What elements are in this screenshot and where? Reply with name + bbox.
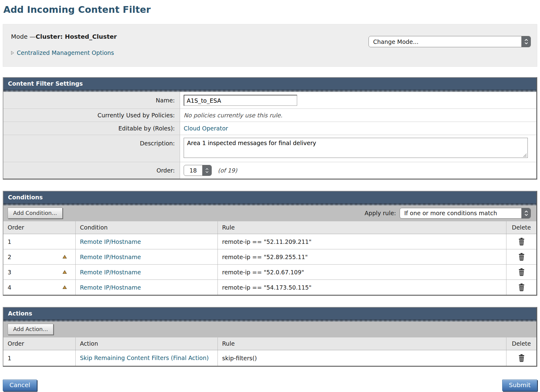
condition-link[interactable]: Remote IP/Hostname — [80, 254, 141, 260]
page-title: Add Incoming Content Filter — [3, 4, 537, 15]
trash-icon[interactable] — [518, 354, 525, 362]
action-link[interactable]: Skip Remaining Content Filters (Final Ac… — [80, 354, 209, 362]
condition-rule-cell: remote-ip == "52.89.255.11" — [218, 249, 506, 264]
column-header-order: Order — [3, 221, 75, 234]
action-order-number: 1 — [8, 355, 11, 362]
condition-delete-cell — [506, 265, 536, 280]
add-action-button[interactable]: Add Action... — [8, 324, 53, 335]
mode-box: Mode —Cluster: Hosted_Cluster Centralize… — [3, 24, 537, 67]
conditions-column-headers: Order Condition Rule Delete — [3, 221, 536, 234]
apply-rule-group: Apply rule: If one or more conditions ma… — [365, 208, 531, 219]
mode-label: Mode — [11, 33, 30, 40]
action-cell: Skip Remaining Content Filters (Final Ac… — [75, 350, 218, 366]
condition-rule-cell: remote-ip == "52.0.67.109" — [218, 265, 506, 280]
order-select-value: 18 — [184, 165, 202, 176]
condition-order-number: 4 — [8, 284, 11, 291]
condition-rule-cell: remote-ip == "52.11.209.211" — [218, 234, 506, 249]
conditions-header: Conditions — [3, 191, 536, 203]
condition-row: 3 Remote IP/Hostname remote-ip == "52.0.… — [3, 264, 536, 280]
column-header-condition: Condition — [75, 221, 218, 234]
actions-header: Actions — [3, 308, 536, 319]
condition-order-cell: 2 — [3, 249, 75, 264]
move-up-icon[interactable] — [62, 285, 67, 289]
order-total: (of 19) — [218, 167, 237, 174]
submit-button[interactable]: Submit — [502, 380, 537, 391]
panel-header-divider — [3, 203, 536, 205]
action-order-cell: 1 — [3, 350, 75, 366]
panel-header-divider — [3, 90, 536, 92]
trash-icon[interactable] — [518, 253, 525, 261]
name-input[interactable] — [184, 95, 297, 106]
trash-icon[interactable] — [518, 268, 525, 276]
editable-roles-row: Editable by (Roles): Cloud Operator — [3, 122, 536, 135]
conditions-toolbar: Add Condition... Apply rule: If one or m… — [3, 205, 536, 221]
condition-rule-text: remote-ip == "54.173.50.115" — [222, 284, 311, 291]
mode-line: Mode —Cluster: Hosted_Cluster — [11, 33, 117, 40]
conditions-rows: 1 Remote IP/Hostname remote-ip == "52.11… — [3, 234, 536, 295]
change-mode-select-value: Change Mode... — [369, 36, 521, 47]
settings-header: Content Filter Settings — [3, 78, 536, 90]
apply-rule-select[interactable]: If one or more conditions match — [400, 208, 531, 219]
resize-grip-icon[interactable] — [523, 153, 527, 157]
condition-rule-text: remote-ip == "52.89.255.11" — [222, 254, 308, 260]
cloud-operator-link[interactable]: Cloud Operator — [184, 125, 228, 132]
column-header-order: Order — [3, 337, 75, 350]
select-stepper-icon — [521, 208, 531, 218]
column-header-rule: Rule — [218, 337, 506, 350]
change-mode-select[interactable]: Change Mode... — [369, 36, 531, 47]
condition-link[interactable]: Remote IP/Hostname — [80, 238, 141, 245]
name-label: Name: — [3, 92, 180, 109]
condition-order-cell: 1 — [3, 234, 75, 249]
column-header-rule: Rule — [218, 221, 506, 234]
apply-rule-label: Apply rule: — [365, 210, 396, 216]
action-delete-cell — [506, 350, 536, 366]
description-row: Description: Area 1 inspected messages f… — [3, 135, 536, 162]
name-row: Name: — [3, 92, 536, 109]
mode-value: Cluster: Hosted_Cluster — [36, 33, 117, 40]
centralized-management-options-link[interactable]: Centralized Management Options — [17, 49, 114, 56]
policies-row: Currently Used by Policies: No policies … — [3, 109, 536, 122]
apply-rule-select-value: If one or more conditions match — [400, 208, 521, 218]
column-header-delete: Delete — [506, 221, 536, 234]
order-label: Order: — [3, 162, 180, 179]
action-rule-text: skip-filters() — [222, 355, 257, 362]
content-filter-settings-panel: Content Filter Settings Name: Currently … — [3, 77, 537, 180]
condition-cell: Remote IP/Hostname — [75, 280, 218, 295]
condition-order-number: 2 — [8, 254, 11, 260]
add-condition-button[interactable]: Add Condition... — [8, 208, 63, 219]
panel-header-divider — [3, 319, 536, 322]
trash-icon[interactable] — [518, 237, 525, 246]
disclosure-triangle-icon[interactable] — [11, 51, 14, 55]
description-textarea[interactable]: Area 1 inspected messages for final deli… — [184, 138, 528, 158]
policies-label: Currently Used by Policies: — [3, 109, 180, 122]
condition-order-number: 1 — [8, 238, 11, 245]
centralized-management-options-row[interactable]: Centralized Management Options — [11, 49, 117, 56]
condition-cell: Remote IP/Hostname — [75, 234, 218, 249]
cancel-button[interactable]: Cancel — [3, 380, 37, 391]
condition-row: 2 Remote IP/Hostname remote-ip == "52.89… — [3, 249, 536, 264]
trash-icon[interactable] — [518, 283, 525, 291]
condition-rule-cell: remote-ip == "54.173.50.115" — [218, 280, 506, 295]
policies-value: No policies currently use this rule. — [180, 109, 536, 122]
editable-roles-label: Editable by (Roles): — [3, 122, 180, 135]
order-row: Order: 18 (of 19) — [3, 162, 536, 179]
move-up-icon[interactable] — [62, 255, 67, 259]
select-stepper-icon — [521, 36, 531, 47]
condition-row: 1 Remote IP/Hostname remote-ip == "52.11… — [3, 234, 536, 249]
order-select[interactable]: 18 — [184, 165, 212, 176]
condition-rule-text: remote-ip == "52.11.209.211" — [222, 238, 311, 245]
mode-info: Mode —Cluster: Hosted_Cluster Centralize… — [11, 33, 117, 60]
move-up-icon[interactable] — [62, 270, 67, 274]
column-header-delete: Delete — [506, 337, 536, 350]
actions-column-headers: Order Action Rule Delete — [3, 337, 536, 350]
page: Add Incoming Content Filter Mode —Cluste… — [0, 0, 540, 392]
mode-dash: — — [30, 33, 36, 40]
condition-cell: Remote IP/Hostname — [75, 265, 218, 280]
description-label: Description: — [3, 135, 180, 162]
condition-rule-text: remote-ip == "52.0.67.109" — [222, 269, 304, 276]
condition-row: 4 Remote IP/Hostname remote-ip == "54.17… — [3, 280, 536, 295]
condition-link[interactable]: Remote IP/Hostname — [80, 269, 141, 276]
condition-order-number: 3 — [8, 269, 11, 276]
actions-rows: 1 Skip Remaining Content Filters (Final … — [3, 350, 536, 366]
condition-link[interactable]: Remote IP/Hostname — [80, 284, 141, 291]
